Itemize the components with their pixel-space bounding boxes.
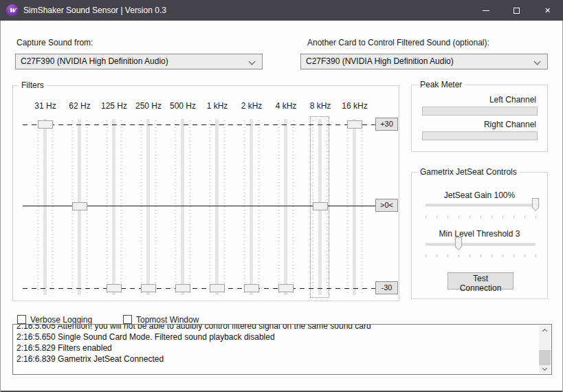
another-card-label: Another Card to Control Filtered Sound (… <box>307 38 489 47</box>
slider-track[interactable] <box>284 119 287 295</box>
slider-ticks <box>278 120 280 294</box>
jetseat-gain-slider[interactable] <box>426 198 536 215</box>
slider-thumb[interactable] <box>347 120 362 129</box>
maximize-button[interactable] <box>501 0 532 21</box>
maximize-icon <box>514 8 520 14</box>
scale-label-plus30: +30 <box>375 118 398 131</box>
slider-ticks <box>52 120 54 294</box>
slider-ticks <box>258 120 260 294</box>
freq-label: 250 Hz <box>131 101 166 111</box>
right-channel-meter <box>422 131 538 140</box>
peak-meter-legend: Peak Meter <box>417 80 465 89</box>
slider-ticks <box>106 120 108 294</box>
slider-track[interactable] <box>181 119 184 295</box>
band-4khz: 4 kHz <box>269 98 303 298</box>
freq-label: 16 kHz <box>338 101 372 111</box>
band-2khz: 2 kHz <box>234 98 269 298</box>
slider-ticks <box>426 215 536 218</box>
close-icon: ✕ <box>544 6 551 15</box>
slider-thumb[interactable] <box>244 284 259 292</box>
chevron-up-icon <box>542 328 547 333</box>
jetseat-group: Gametrix JetSeat Controls JetSeat Gain 1… <box>411 172 548 299</box>
slider-track[interactable] <box>146 119 150 295</box>
slider-ticks <box>209 120 211 294</box>
slider-thumb[interactable] <box>72 202 87 210</box>
test-connection-button[interactable]: Test Connection <box>448 272 514 290</box>
gain-slider-thumb[interactable] <box>532 198 540 211</box>
slider-track[interactable] <box>353 119 356 295</box>
band-62hz: 62 Hz <box>63 98 97 298</box>
slider-thumb[interactable] <box>313 202 328 210</box>
band-125hz: 125 Hz <box>97 98 131 298</box>
filters-legend: Filters <box>19 80 47 90</box>
freq-label: 2 kHz <box>234 101 269 111</box>
app-window: w SimShaker Sound Sensor | Version 0.3 ✕… <box>0 0 563 392</box>
slider-ticks <box>346 120 349 294</box>
log-line: 2:16:6.839 Gametrix JetSeat Connected <box>16 353 536 364</box>
slider-thumb[interactable] <box>38 120 53 129</box>
slider-thumb[interactable] <box>107 284 122 292</box>
threshold-slider-thumb[interactable] <box>455 237 463 250</box>
slider-track[interactable] <box>43 119 47 295</box>
slider-ticks <box>140 120 142 294</box>
freq-label: 1 kHz <box>200 101 234 111</box>
slider-track[interactable] <box>112 119 115 295</box>
slider-ticks <box>37 120 39 294</box>
jetseat-legend: Gametrix JetSeat Controls <box>417 167 520 177</box>
slider-thumb[interactable] <box>278 284 294 292</box>
scale-label-minus30: -30 <box>375 281 398 294</box>
verbose-logging-checkbox[interactable] <box>17 315 26 324</box>
titlebar[interactable]: w SimShaker Sound Sensor | Version 0.3 ✕ <box>0 0 563 21</box>
slider-track[interactable] <box>250 119 253 295</box>
log-text: 2:16:5.605 Attention! you will not be ab… <box>16 324 536 364</box>
slider-ticks <box>189 120 191 294</box>
slider-ticks <box>361 120 363 294</box>
log-output[interactable]: 2:16:5.605 Attention! you will not be ab… <box>12 324 552 375</box>
band-16khz: 16 kHz <box>338 98 372 298</box>
peak-meter-group: Peak Meter Left Channel Right Channel <box>411 85 548 152</box>
slider-thumb[interactable] <box>141 284 156 292</box>
capture-sound-value: C27F390 (NVIDIA High Definition Audio) <box>21 56 168 66</box>
freq-label: 62 Hz <box>63 101 97 111</box>
freq-label: 8 kHz <box>303 101 338 111</box>
freq-label: 500 Hz <box>166 101 200 111</box>
band-8khz: 8 kHz <box>303 98 338 298</box>
band-250hz: 250 Hz <box>131 98 166 298</box>
freq-label: 31 Hz <box>28 101 63 111</box>
topmost-window-checkbox[interactable] <box>123 315 132 324</box>
band-31hz: 31 Hz <box>28 98 63 298</box>
left-channel-meter <box>422 107 538 116</box>
slider-track[interactable] <box>426 243 536 246</box>
chevron-down-icon <box>534 58 541 65</box>
freq-label: 125 Hz <box>97 101 131 111</box>
log-line: 2:16:5.650 Single Sound Card Mode. Filte… <box>16 331 536 342</box>
threshold-slider[interactable] <box>426 237 536 254</box>
log-scrollbar[interactable] <box>539 325 551 373</box>
log-line: 2:16:5.829 Filters enabled <box>16 342 536 353</box>
minimize-icon <box>483 10 489 11</box>
slider-ticks <box>223 120 225 294</box>
chevron-down-icon <box>249 58 256 65</box>
close-button[interactable]: ✕ <box>532 0 563 21</box>
verbose-logging-label: Verbose Logging <box>30 315 92 325</box>
slider-thumb[interactable] <box>175 284 190 292</box>
scroll-down-button[interactable] <box>539 362 551 373</box>
filters-group: Filters +30 >0< -30 31 Hz 62 Hz 125 Hz <box>12 85 399 301</box>
minimize-button[interactable] <box>470 0 501 21</box>
scroll-up-button[interactable] <box>539 325 551 336</box>
log-line: 2:16:5.605 Attention! you will not be ab… <box>16 324 536 331</box>
app-icon: w <box>6 4 19 17</box>
slider-ticks <box>243 120 245 294</box>
freq-label: 4 kHz <box>269 101 303 111</box>
topmost-window-label: Topmost Window <box>136 315 199 325</box>
another-card-select[interactable]: C27F390 (NVIDIA High Definition Audio) <box>300 54 548 69</box>
slider-thumb[interactable] <box>210 284 225 292</box>
band-1khz: 1 kHz <box>200 98 234 298</box>
chevron-down-icon <box>542 365 547 370</box>
slider-track[interactable] <box>426 204 536 206</box>
capture-sound-select[interactable]: C27F390 (NVIDIA High Definition Audio) <box>15 54 263 69</box>
another-card-value: C27F390 (NVIDIA High Definition Audio) <box>306 56 454 66</box>
slider-ticks <box>120 120 122 294</box>
slider-track[interactable] <box>215 119 219 295</box>
capture-sound-label: Capture Sound from: <box>16 38 93 47</box>
